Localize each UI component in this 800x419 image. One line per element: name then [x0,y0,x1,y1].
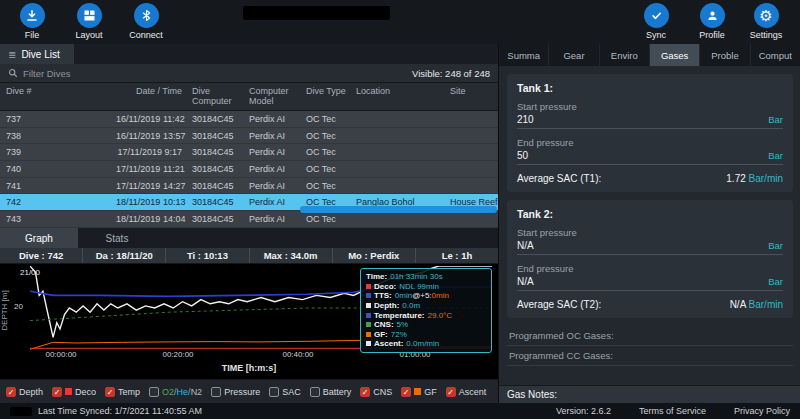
status-bar: Last Time Synced: 1/7/2021 11:40:55 AM V… [0,403,800,419]
column-header-computer[interactable]: Dive Computer [186,83,243,110]
list-icon: ≣ [8,49,16,60]
x-axis-label: TIME [h:m:s] [0,363,498,373]
tank1-title: Tank 1: [517,82,783,94]
series-toggle-label: O2/He/N2 [162,387,202,397]
settings-button[interactable]: ⚙ Settings [738,3,794,40]
series-toggle-ascent[interactable]: ✓Ascent [446,387,487,397]
checkbox[interactable]: ✓ [401,387,411,397]
tab-gear[interactable]: Gear [549,44,599,66]
tooltip-value: 5% [397,320,409,329]
selected-row-indicator-bar [300,206,497,213]
layout-button[interactable]: Layout [61,3,117,40]
column-header-site[interactable]: Site [444,83,498,110]
tab-gases[interactable]: Gases [650,44,700,66]
file-button[interactable]: File [4,3,60,40]
series-toggle-temp[interactable]: ✓Temp [105,387,140,397]
series-toggle-battery[interactable]: Battery [310,387,352,397]
tank1-start-unit[interactable]: Bar [768,114,783,125]
series-toggle-gf[interactable]: ✓GF [401,387,437,397]
checkbox[interactable] [269,387,279,397]
cell-location [350,128,444,144]
series-toggle-deco[interactable]: ✓Deco [52,387,96,397]
terms-link[interactable]: Terms of Service [639,406,706,416]
checkbox[interactable] [310,387,320,397]
table-row[interactable]: 73716/11/2019 11:4230184C45Perdix AIOC T… [0,111,498,128]
table-row[interactable]: 74017/11/2019 11:2130184C45Perdix AIOC T… [0,161,498,178]
column-header-dive[interactable]: Dive # [0,83,110,110]
checkbox[interactable]: ✓ [105,387,115,397]
tooltip-label: Temperature: [374,311,425,320]
tab-enviro[interactable]: Enviro [600,44,650,66]
tab-comput[interactable]: Comput [751,44,800,66]
tab-stats[interactable]: Stats [78,228,156,248]
tooltip-series-swatch [366,322,371,327]
redacted-area [243,6,390,20]
checkbox[interactable]: ✓ [446,387,456,397]
series-toggle-cns[interactable]: ✓CNS [360,387,392,397]
cell-computer: 30184C45 [186,111,243,127]
connect-button[interactable]: Connect [118,3,174,40]
cell-datetime: 16/11/2019 11:42 [110,111,186,127]
series-toggle-pressure[interactable]: Pressure [211,387,260,397]
cell-dive: 741 [0,178,110,194]
tooltip-value: NDL 99min [399,282,439,291]
table-row[interactable]: 74117/11/2019 14:2730184C45Perdix AIOC T… [0,178,498,195]
details-tabbar: SummaGearEnviroGasesProbleComput [499,44,800,66]
cell-site [444,144,498,160]
cell-computer: 30184C45 [186,211,243,227]
tank2-card: Tank 2: Start pressure N/A Bar End press… [507,200,793,318]
tank2-end-unit[interactable]: Bar [768,276,783,287]
cell-site [444,128,498,144]
tank1-start-value[interactable]: 210 [517,114,534,125]
dive-profile-chart[interactable]: 21/00 DEPTH [m] 20 00:00:00 00:20:00 00:… [0,264,498,379]
tooltip-series-swatch [366,332,371,337]
gases-tab-content: Tank 1: Start pressure 210 Bar End press… [499,66,800,385]
series-toggle-label: Deco [75,387,96,397]
tank1-end-value[interactable]: 50 [517,150,528,161]
tank2-end-value[interactable]: N/A [517,276,534,287]
checkbox[interactable] [211,387,221,397]
tank1-end-unit[interactable]: Bar [768,150,783,161]
checkbox[interactable]: ✓ [6,387,16,397]
profile-icon [700,3,725,28]
tooltip-value: 0min [432,291,449,300]
checkbox[interactable] [149,387,159,397]
series-toggle-sac[interactable]: SAC [269,387,301,397]
column-header-datetime[interactable]: Date / Time [110,83,186,110]
tank2-start-value[interactable]: N/A [517,240,534,251]
version-text: Version: 2.6.2 [556,406,611,416]
tank2-start-unit[interactable]: Bar [768,240,783,251]
profile-button[interactable]: Profile [684,3,740,40]
column-header-model[interactable]: Computer Model [243,83,300,110]
filter-input[interactable]: Filter Dives [23,68,412,79]
series-toggle-label: GF [424,387,437,397]
checkbox[interactable]: ✓ [52,387,62,397]
series-toggle-depth[interactable]: ✓Depth [6,387,43,397]
visible-count: Visible: 248 of 248 [412,68,490,79]
y-tick-20: 20 [14,302,23,311]
cell-computer: 30184C45 [186,161,243,177]
column-header-location[interactable]: Location [350,83,444,110]
series-toggle-o2-he-n2[interactable]: O2/He/N2 [149,387,202,397]
table-row[interactable]: 73816/11/2019 13:5730184C45Perdix AIOC T… [0,128,498,145]
table-row[interactable]: 73917/11/2019 9:1730184C45Perdix AIOC Te… [0,144,498,161]
sync-button[interactable]: Sync [628,3,684,40]
gas-notes-field[interactable]: Gas Notes: [499,385,800,403]
dive-info-bar: Dive : 742 Da : 18/11/20 Ti : 10:13 Max … [0,248,498,264]
column-header-type[interactable]: Dive Type [300,83,350,110]
cell-computer: 30184C45 [186,128,243,144]
cell-location [350,178,444,194]
tab-summa[interactable]: Summa [499,44,549,66]
tab-dive-list[interactable]: ≣ Dive List [0,44,74,64]
tab-proble[interactable]: Proble [700,44,750,66]
checkbox[interactable]: ✓ [360,387,370,397]
layout-label: Layout [61,30,117,40]
tank2-title: Tank 2: [517,208,783,220]
tab-graph[interactable]: Graph [0,228,78,248]
cell-dive: 743 [0,211,110,227]
privacy-link[interactable]: Privacy Policy [734,406,790,416]
table-row[interactable]: 74318/11/2019 14:0430184C45Perdix AIOC T… [0,211,498,228]
tooltip-label: CNS: [374,320,394,329]
settings-label: Settings [738,30,794,40]
cell-computer: 30184C45 [186,178,243,194]
